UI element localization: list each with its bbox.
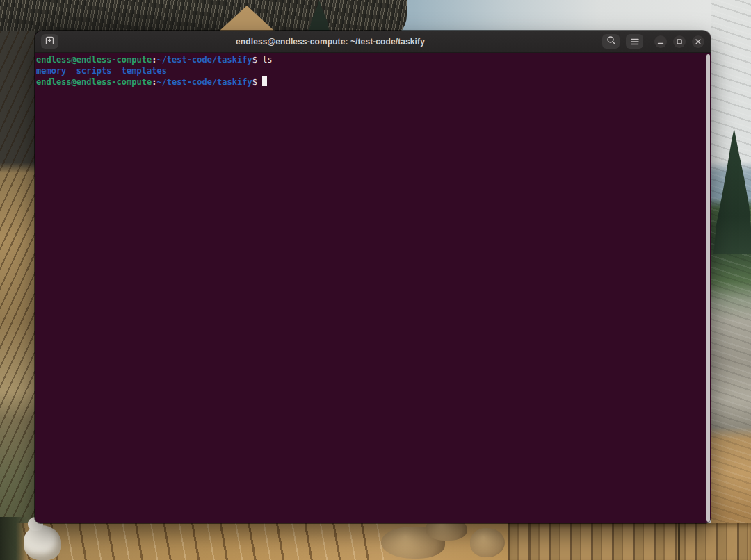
- menu-button[interactable]: [626, 34, 643, 49]
- terminal-line: endless@endless-compute:~/test-code/task…: [36, 76, 709, 88]
- window-title: endless@endless-compute: ~/test-code/tas…: [58, 37, 602, 47]
- titlebar[interactable]: endless@endless-compute: ~/test-code/tas…: [35, 31, 711, 53]
- prompt-dollar: $: [252, 77, 262, 87]
- minimize-button[interactable]: [654, 35, 667, 48]
- close-icon: [695, 35, 702, 48]
- close-button[interactable]: [692, 35, 704, 48]
- new-tab-icon: [45, 35, 55, 48]
- dir-entry: memory: [36, 66, 66, 76]
- terminal-content[interactable]: endless@endless-compute:~/test-code/task…: [35, 53, 711, 88]
- command-text: ls: [262, 55, 272, 65]
- wallpaper-shadow: [0, 517, 26, 560]
- minimize-icon: [657, 35, 664, 48]
- terminal-line: memory scripts templates: [36, 66, 709, 77]
- spacer: [66, 66, 76, 76]
- maximize-icon: [676, 35, 683, 48]
- prompt-path: ~/test-code/taskify: [156, 77, 252, 87]
- wallpaper-stone: [470, 528, 505, 557]
- wallpaper-plank-wall: [508, 523, 751, 560]
- prompt-dollar: $: [252, 55, 262, 65]
- scrollbar[interactable]: [706, 54, 710, 522]
- search-button[interactable]: [602, 34, 620, 49]
- wallpaper-hillside: [711, 0, 751, 560]
- hamburger-menu-icon: [631, 35, 639, 48]
- new-tab-button[interactable]: [41, 34, 58, 49]
- prompt-user-host: endless@endless-compute: [36, 55, 152, 65]
- dir-entry: scripts: [76, 66, 112, 76]
- maximize-button[interactable]: [673, 35, 686, 48]
- wallpaper-white-figure: [24, 525, 61, 560]
- dir-entry: templates: [122, 66, 167, 76]
- terminal-window: endless@endless-compute: ~/test-code/tas…: [35, 31, 711, 523]
- wallpaper-stick: [678, 523, 680, 560]
- search-icon: [606, 35, 616, 48]
- prompt-user-host: endless@endless-compute: [36, 77, 152, 87]
- terminal-line: endless@endless-compute:~/test-code/task…: [36, 55, 709, 66]
- prompt-path: ~/test-code/taskify: [156, 55, 252, 65]
- wallpaper-wood-shingles: [0, 31, 35, 560]
- spacer: [111, 66, 121, 76]
- terminal-cursor: [262, 76, 267, 86]
